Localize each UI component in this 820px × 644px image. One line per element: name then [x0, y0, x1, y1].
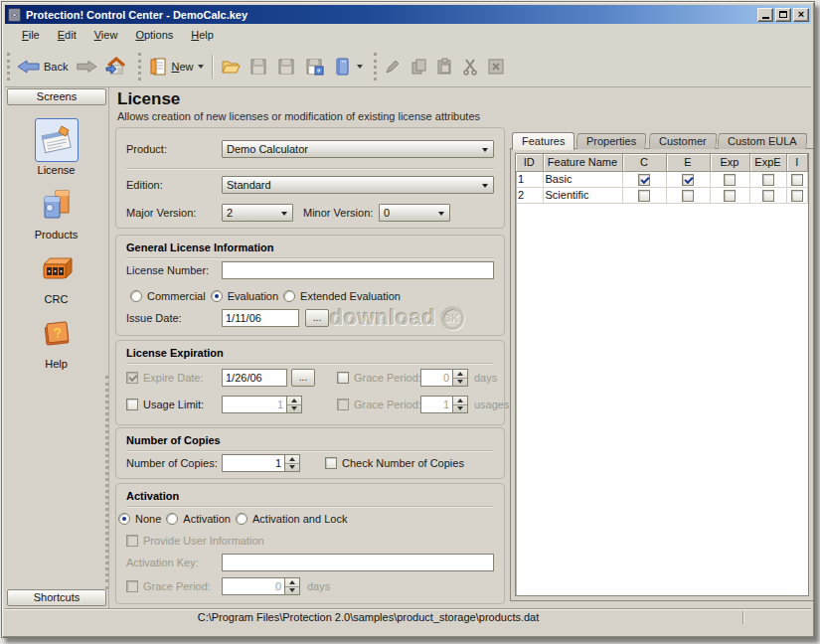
major-version-combo[interactable]: 2 [222, 204, 293, 222]
license-number-input[interactable] [222, 261, 494, 279]
activation-label[interactable]: Activation [183, 513, 231, 525]
activation-lock-radio[interactable] [236, 513, 247, 525]
feature-e-checkbox[interactable] [682, 190, 694, 202]
grace-period-1-input[interactable] [420, 369, 453, 387]
grace-period-1-stepper[interactable] [453, 369, 468, 387]
col-feature-name[interactable]: Feature Name [543, 154, 622, 171]
status-file-path: C:\Program Files\Protection 2.0\samples\… [5, 611, 732, 623]
activation-lock-label[interactable]: Activation and Lock [252, 513, 347, 525]
grace-period-2-stepper[interactable] [453, 396, 468, 413]
paste-button[interactable] [431, 55, 457, 79]
menu-file[interactable]: File [13, 26, 49, 44]
copies-stepper[interactable] [285, 454, 300, 472]
col-expe[interactable]: ExpE [749, 154, 786, 171]
save-as-icon [304, 57, 324, 77]
grace-period-2-input[interactable] [420, 396, 453, 413]
feature-e-checkbox[interactable] [682, 174, 694, 186]
feature-c-checkbox[interactable] [638, 190, 650, 202]
product-combo[interactable]: Demo Calculator [222, 140, 494, 158]
grace-period-1-checkbox[interactable] [337, 372, 349, 384]
feature-i-checkbox[interactable] [791, 174, 803, 186]
commercial-radio[interactable] [130, 290, 142, 302]
col-id[interactable]: ID [516, 154, 543, 171]
toolbar-nav-group: Back [5, 51, 136, 82]
back-icon [17, 59, 41, 75]
usage-limit-stepper[interactable] [287, 396, 302, 413]
col-exp[interactable]: Exp [710, 154, 749, 171]
home-button[interactable] [101, 54, 131, 79]
tab-customer[interactable]: Customer [648, 133, 717, 149]
storage-dropdown-icon[interactable] [357, 65, 363, 69]
feature-expe-checkbox[interactable] [762, 174, 774, 186]
table-row[interactable]: 1 Basic [516, 171, 808, 187]
issue-date-input[interactable] [222, 309, 299, 327]
evaluation-radio[interactable] [211, 290, 223, 302]
feature-exp-checkbox[interactable] [724, 190, 736, 202]
menu-view[interactable]: View [85, 26, 127, 44]
close-button[interactable]: × [793, 8, 809, 22]
evaluation-radio-label[interactable]: Evaluation [228, 290, 278, 302]
commercial-radio-label[interactable]: Commercial [147, 290, 206, 302]
shortcuts-button[interactable]: Shortcuts [7, 589, 106, 606]
expire-date-browse-button[interactable]: ... [291, 369, 315, 387]
save-all-button[interactable] [272, 54, 300, 80]
screens-button[interactable]: Screens [7, 88, 106, 105]
extended-evaluation-radio[interactable] [283, 290, 295, 302]
activation-grace-stepper[interactable] [285, 577, 300, 595]
save-button[interactable] [245, 54, 272, 80]
minimize-icon [762, 17, 769, 19]
check-copies-checkbox[interactable] [325, 457, 337, 469]
feature-i-checkbox[interactable] [791, 190, 803, 202]
activation-grace-checkbox[interactable] [126, 580, 138, 592]
col-i[interactable]: I [786, 154, 808, 171]
open-button[interactable] [217, 54, 245, 80]
usage-limit-input[interactable] [222, 396, 287, 413]
delete-button[interactable] [483, 55, 509, 79]
forward-button[interactable] [72, 56, 101, 78]
tab-features[interactable]: Features [512, 132, 574, 150]
activation-radio[interactable] [166, 513, 178, 525]
copy-button[interactable] [406, 55, 431, 79]
activation-key-input[interactable] [222, 554, 494, 571]
storage-button[interactable] [328, 54, 367, 80]
sidebar-item-crc[interactable]: CRC [5, 247, 107, 305]
feature-c-checkbox[interactable] [638, 174, 650, 186]
menu-options[interactable]: Options [126, 26, 182, 44]
new-button[interactable]: New [144, 54, 208, 80]
back-button[interactable]: Back [13, 56, 72, 78]
feature-exp-checkbox[interactable] [724, 174, 736, 186]
tab-custom-eula[interactable]: Custom EULA [718, 133, 808, 149]
grace-period-2-checkbox[interactable] [337, 399, 349, 410]
copies-input[interactable] [222, 454, 285, 472]
edit-button[interactable] [380, 55, 406, 79]
maximize-button[interactable] [775, 8, 791, 22]
title-bar[interactable]: Protection! Control Center - DemoCalc.ke… [5, 5, 811, 24]
activation-grace-input[interactable] [222, 577, 285, 595]
col-c[interactable]: C [622, 154, 666, 171]
menu-edit[interactable]: Edit [49, 26, 85, 44]
expire-date-checkbox[interactable] [126, 372, 138, 384]
issue-date-browse-button[interactable]: ... [305, 309, 329, 327]
expire-date-input[interactable] [222, 369, 287, 387]
usage-limit-checkbox[interactable] [126, 399, 138, 410]
sidebar-item-help[interactable]: ? Help [5, 312, 107, 370]
tab-properties[interactable]: Properties [576, 133, 647, 149]
new-dropdown-icon[interactable] [198, 65, 204, 69]
table-row[interactable]: 2 Scientific [516, 187, 808, 203]
sidebar-item-products[interactable]: Products [5, 183, 107, 241]
activation-none-label[interactable]: None [135, 513, 161, 525]
menu-help[interactable]: Help [182, 26, 223, 44]
activation-none-radio[interactable] [118, 513, 130, 525]
cut-button[interactable] [457, 55, 483, 79]
app-window: Protection! Control Center - DemoCalc.ke… [1, 1, 815, 638]
provide-user-info-checkbox[interactable] [126, 535, 138, 547]
col-e[interactable]: E [666, 154, 710, 171]
sidebar-item-license[interactable]: License [5, 118, 107, 176]
minor-version-combo[interactable]: 0 [379, 204, 450, 222]
save-as-button[interactable] [300, 54, 328, 80]
license-form: License Allows creation of new licenses … [111, 87, 510, 608]
minimize-button[interactable] [757, 8, 773, 22]
feature-expe-checkbox[interactable] [762, 190, 774, 202]
extended-evaluation-radio-label[interactable]: Extended Evaluation [300, 290, 401, 302]
edition-combo[interactable]: Standard [222, 176, 494, 194]
